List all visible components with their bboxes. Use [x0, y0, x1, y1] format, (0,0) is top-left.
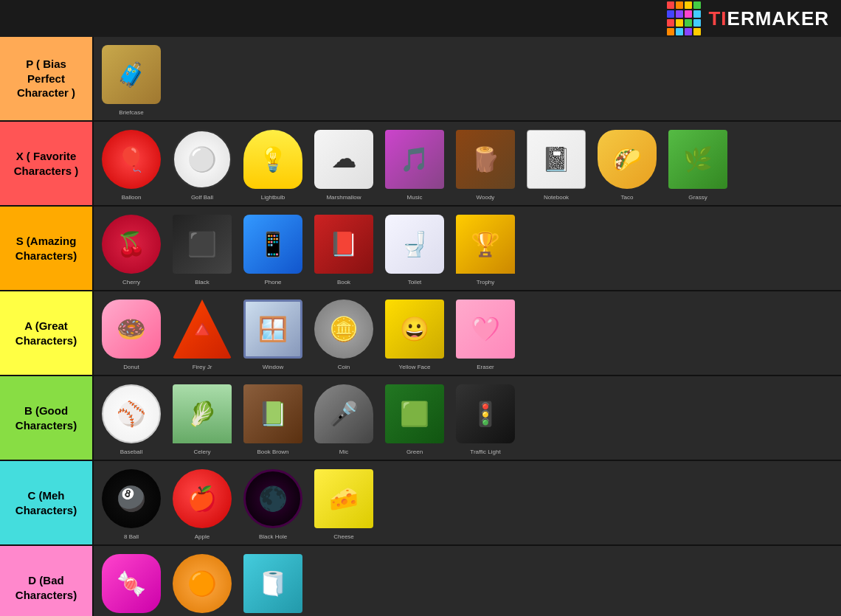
char-label: Marshmallow: [326, 194, 361, 201]
list-item: 🧀Cheese: [309, 464, 378, 541]
tier-label-P: P ( Bias Perfect Character ): [0, 37, 92, 120]
char-candy: 🍬: [98, 550, 165, 616]
list-item: 🚦Traffic Light: [451, 379, 520, 457]
logo-cell: [676, 28, 683, 35]
char-donut: 🍩: [98, 296, 165, 362]
char-label: Yellow Face: [399, 364, 431, 370]
char-img-music: 🎵: [385, 130, 444, 189]
char-img-golf-ball: ⚪: [173, 130, 232, 189]
list-item: 🍩Donut: [97, 294, 166, 372]
char-img-book: 📕: [314, 215, 373, 274]
list-item: 📗Book Brown: [238, 379, 308, 457]
char-img-window: 🪟: [243, 300, 302, 359]
tier-row-C: C (Meh Characters)🎱8 Ball🍎Apple🌑Black Ho…: [0, 461, 841, 546]
tier-row-B: B (Good Characters)⚾Baseball🥬Celery📗Book…: [0, 376, 841, 461]
char-img-green: 🟩: [385, 384, 444, 443]
char-briefcase: 🧳: [98, 41, 165, 108]
list-item: 🩷Eraser: [451, 294, 520, 372]
char-label: Book Brown: [257, 449, 288, 455]
tier-content-X: 🎈Balloon⚪Golf Ball💡Lightbulb☁Marshmallow…: [92, 122, 841, 205]
char-label: Music: [407, 194, 423, 201]
char-music: 🎵: [381, 126, 448, 193]
list-item: 🟠Orange Round: [167, 549, 237, 616]
tier-content-A: 🍩Donut🔺Firey Jr🪟Window🪙Coin😀Yellow Face🩷…: [92, 291, 841, 375]
logo-cell: [667, 19, 674, 27]
tier-label-X: X ( Favorite Characters ): [0, 122, 92, 205]
char-label: Mic: [339, 449, 348, 455]
list-item: 🌑Black Hole: [238, 464, 308, 541]
char-label: Cheese: [333, 533, 354, 540]
char-img-apple: 🍎: [173, 469, 232, 528]
list-item: 📓Notebook: [522, 125, 591, 202]
char-label: Celery: [193, 449, 210, 455]
char-img-traffic-light: 🚦: [456, 384, 515, 443]
char-img-book-brown: 📗: [243, 384, 302, 443]
char-label: Trophy: [477, 279, 495, 285]
char-img-black-hole: 🌑: [243, 469, 302, 528]
char-green: 🟩: [381, 381, 448, 447]
char-img-grassy: 🌿: [668, 130, 727, 189]
char-label: Woody: [477, 194, 495, 201]
logo-cell: [693, 28, 701, 35]
char-img-cheese: 🧀: [314, 469, 373, 528]
header: TiERMAKER: [0, 0, 841, 37]
logo-cell: [676, 19, 683, 27]
char-apple: 🍎: [169, 466, 235, 532]
tier-label-D: D (Bad Characters): [0, 546, 92, 616]
logo-cell: [685, 28, 692, 35]
char-img-trophy: 🏆: [456, 215, 515, 274]
list-item: ⬛Black: [167, 210, 237, 287]
tier-list: P ( Bias Perfect Character )🧳BriefcaseX …: [0, 37, 841, 616]
char-celery: 🥬: [169, 381, 235, 447]
char-label: Eraser: [477, 364, 494, 370]
char-phone: 📱: [240, 211, 306, 277]
logo-cell: [693, 19, 701, 27]
char-firey-jr: 🔺: [169, 296, 235, 362]
list-item: 🔺Firey Jr: [167, 294, 237, 372]
char-balloon: 🎈: [98, 126, 165, 193]
logo-grid-icon: [667, 1, 701, 35]
list-item: 🪟Window: [238, 294, 308, 372]
char-img-briefcase: 🧳: [102, 45, 161, 104]
char-book: 📕: [311, 211, 377, 277]
tier-content-S: 🍒Cherry⬛Black📱Phone📕Book🚽Toilet🏆Trophy: [92, 207, 841, 290]
list-item: 🎤Mic: [309, 379, 378, 457]
char-img-black: ⬛: [173, 215, 232, 274]
char-tissue: 🧻: [240, 550, 306, 616]
char-img-yellow-face: 😀: [385, 300, 444, 359]
char-img-phone: 📱: [243, 215, 302, 274]
char-notebook: 📓: [523, 126, 589, 193]
char-label: Lightbulb: [261, 194, 285, 201]
logo-cell: [693, 10, 701, 18]
char-img-eraser: 🩷: [456, 300, 515, 359]
logo-text: TiERMAKER: [708, 7, 829, 30]
char-orange-round: 🟠: [169, 550, 235, 616]
logo-cell: [693, 1, 701, 9]
char-img-toilet: 🚽: [385, 215, 444, 274]
list-item: 📕Book: [309, 210, 378, 287]
tier-text: Ti: [708, 7, 727, 30]
char-img-balloon: 🎈: [102, 130, 161, 189]
char-img-lightbulb: 💡: [243, 130, 302, 189]
logo-cell: [676, 10, 683, 18]
list-item: 🟩Green: [380, 379, 449, 457]
list-item: 🪙Coin: [309, 294, 378, 372]
char-book-brown: 📗: [240, 381, 306, 447]
char-label: Book: [337, 279, 350, 285]
char-label: Toilet: [408, 279, 422, 285]
list-item: ⚪Golf Ball: [167, 125, 237, 202]
char-label: Golf Ball: [191, 194, 213, 201]
char-taco: 🌮: [594, 126, 660, 193]
char-cherry: 🍒: [98, 211, 165, 277]
list-item: 😀Yellow Face: [380, 294, 449, 372]
char-label: Apple: [195, 533, 210, 540]
char-label: Cherry: [122, 279, 140, 285]
char-img-taco: 🌮: [598, 130, 657, 189]
char-black-hole: 🌑: [240, 466, 306, 532]
list-item: 🎈Balloon: [97, 125, 166, 202]
logo-cell: [685, 1, 692, 9]
char-img-coin: 🪙: [314, 300, 373, 359]
char-eraser: 🩷: [452, 296, 519, 362]
char-yellow-face: 😀: [381, 296, 448, 362]
list-item: 🍬Candy: [97, 549, 166, 616]
